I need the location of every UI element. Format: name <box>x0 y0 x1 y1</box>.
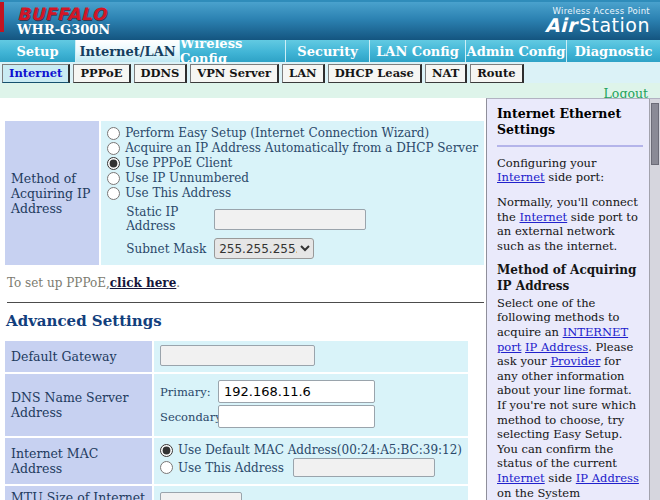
dns-label: DNS Name Server Address <box>5 374 152 436</box>
mac-manual-option[interactable]: Use This Address <box>160 458 462 477</box>
table-row: Method of Acquiring IP Address Perform E… <box>5 121 484 265</box>
text: side port: <box>545 170 604 184</box>
sidebar-scrollbar-thumb[interactable] <box>651 103 659 165</box>
table-row: Default Gateway <box>5 341 468 372</box>
header: BUFFALO WHR-G300N Wireless Access Point … <box>0 0 660 40</box>
router-admin-page: BUFFALO WHR-G300N Wireless Access Point … <box>0 0 660 500</box>
radio-label: Use IP Unnumbered <box>125 171 249 185</box>
subtab-ddns[interactable]: DDNS <box>134 64 188 83</box>
buffalo-logo: BUFFALO <box>17 4 110 24</box>
sidebar-scrollbar[interactable] <box>649 99 660 500</box>
static-ip-input[interactable] <box>214 209 366 230</box>
sidebar-paragraph: Configuring your Internet side port: <box>497 156 643 185</box>
text: for any other information about your lin… <box>497 354 636 470</box>
ip-method-label: Method of Acquiring IP Address <box>5 121 99 265</box>
logout-bar: Logout <box>0 83 660 98</box>
main-tab-bar: Setup Internet/LAN Wireless Config Secur… <box>0 40 660 62</box>
provider-link[interactable]: Provider <box>550 354 600 368</box>
subtab-nat[interactable]: NAT <box>425 64 467 83</box>
subtab-dhcp-lease[interactable]: DHCP Lease <box>328 64 422 83</box>
radio-label: Use This Address <box>178 461 284 475</box>
radio-label: Acquire an IP Address Automatically from… <box>125 141 478 155</box>
airstation-block: Wireless Access Point AirStation <box>545 6 650 35</box>
advanced-settings-table: Default Gateway DNS Name Server Address … <box>3 339 470 500</box>
use-this-address-radio[interactable] <box>107 187 120 200</box>
mac-label: Internet MAC Address <box>5 438 152 484</box>
subnet-mask-label: Subnet Mask <box>126 242 214 256</box>
sidebar-paragraph: Normally, you'll connect the Internet si… <box>497 195 643 253</box>
subtab-lan[interactable]: LAN <box>282 64 325 83</box>
radio-label: Use This Address <box>125 186 231 200</box>
default-gateway-input[interactable] <box>160 345 315 366</box>
tab-setup[interactable]: Setup <box>0 40 75 62</box>
radio-option-dhcp[interactable]: Acquire an IP Address Automatically from… <box>107 141 478 155</box>
sidebar-title: Internet Ethernet Settings <box>497 106 643 138</box>
radio-option-ip-unnumbered[interactable]: Use IP Unnumbered <box>107 171 478 185</box>
internet-link[interactable]: Internet <box>497 471 545 485</box>
subtab-vpn-server[interactable]: VPN Server <box>190 64 279 83</box>
airstation-air: Air <box>545 14 577 36</box>
dns-primary-row: Primary: <box>160 380 462 403</box>
internet-link[interactable]: Internet <box>497 170 545 184</box>
dns-secondary-input[interactable] <box>218 405 375 428</box>
subnet-mask-field: Subnet Mask 255.255.255.0 <box>126 238 478 259</box>
pppoe-radio[interactable] <box>107 157 120 170</box>
ip-method-options: Perform Easy Setup (Internet Connection … <box>101 121 484 265</box>
ip-address-link[interactable]: IP Address <box>525 340 588 354</box>
dns-primary-label: Primary: <box>160 385 218 399</box>
mac-manual-radio[interactable] <box>160 461 173 474</box>
help-sidebar-content: Internet Ethernet Settings Configuring y… <box>487 99 660 500</box>
sidebar-divider <box>497 145 643 147</box>
pppoe-note-suffix: . <box>176 276 180 290</box>
radio-option-use-this-address[interactable]: Use This Address <box>107 186 478 200</box>
dhcp-radio[interactable] <box>107 142 120 155</box>
tab-internet-lan[interactable]: Internet/LAN <box>75 40 179 62</box>
sub-tab-bar: Internet PPPoE DDNS VPN Server LAN DHCP … <box>0 62 660 83</box>
ip-address-link[interactable]: IP Address <box>576 471 639 485</box>
easy-setup-radio[interactable] <box>107 127 120 140</box>
subtab-pppoe[interactable]: PPPoE <box>73 64 130 83</box>
brand-block: BUFFALO WHR-G300N <box>17 4 110 37</box>
mtu-label: MTU Size of Internet Port <box>5 486 152 500</box>
table-row: Internet MAC Address Use Default MAC Add… <box>5 438 468 484</box>
tab-diagnostic[interactable]: Diagnostic <box>566 40 660 62</box>
mac-manual-input[interactable] <box>293 458 435 477</box>
radio-option-easy-setup[interactable]: Perform Easy Setup (Internet Connection … <box>107 126 478 140</box>
help-sidebar: Internet Ethernet Settings Configuring y… <box>486 98 660 500</box>
radio-label: Use PPPoE Client <box>125 156 232 170</box>
default-gateway-label: Default Gateway <box>5 341 152 372</box>
settings-panel: Method of Acquiring IP Address Perform E… <box>0 98 486 500</box>
static-ip-field: Static IP Address <box>126 205 478 233</box>
ip-unnumbered-radio[interactable] <box>107 172 120 185</box>
sidebar-paragraph: Select one of the following methods to a… <box>497 296 643 500</box>
ip-method-table: Method of Acquiring IP Address Perform E… <box>3 119 486 267</box>
mtu-input[interactable] <box>160 492 242 500</box>
table-row: DNS Name Server Address Primary: Seconda… <box>5 374 468 436</box>
text: on the System Information screen. <box>497 486 612 500</box>
radio-label: Perform Easy Setup (Internet Connection … <box>125 126 429 140</box>
airstation-station: Station <box>579 14 650 36</box>
dns-cell: Primary: Secondary: <box>154 374 468 436</box>
subtab-internet[interactable]: Internet <box>2 64 70 83</box>
pppoe-note-prefix: To set up PPPoE, <box>7 276 110 290</box>
model-name: WHR-G300N <box>17 22 110 37</box>
mac-default-radio[interactable] <box>160 444 173 457</box>
default-gateway-cell <box>154 341 468 372</box>
tab-admin-config[interactable]: Admin Config <box>465 40 566 62</box>
mac-cell: Use Default MAC Address(00:24:A5:BC:39:1… <box>154 438 468 484</box>
mtu-cell: Bytes <box>154 486 468 500</box>
sidebar-heading-method: Method of Acquiring IP Address <box>497 263 643 293</box>
pppoe-click-here-link[interactable]: click here <box>110 276 177 290</box>
tab-security[interactable]: Security <box>285 40 369 62</box>
subnet-mask-select[interactable]: 255.255.255.0 <box>214 238 314 259</box>
internet-link[interactable]: Internet <box>520 210 568 224</box>
text: side <box>545 471 576 485</box>
dns-primary-input[interactable] <box>218 380 375 403</box>
tab-wireless-config[interactable]: Wireless Config <box>179 40 285 62</box>
mac-default-option[interactable]: Use Default MAC Address(00:24:A5:BC:39:1… <box>160 443 462 457</box>
tab-lan-config[interactable]: LAN Config <box>369 40 465 62</box>
subtab-route[interactable]: Route <box>470 64 523 83</box>
radio-option-pppoe[interactable]: Use PPPoE Client <box>107 156 478 170</box>
table-row: MTU Size of Internet Port Bytes <box>5 486 468 500</box>
text: Configuring your <box>497 156 597 170</box>
